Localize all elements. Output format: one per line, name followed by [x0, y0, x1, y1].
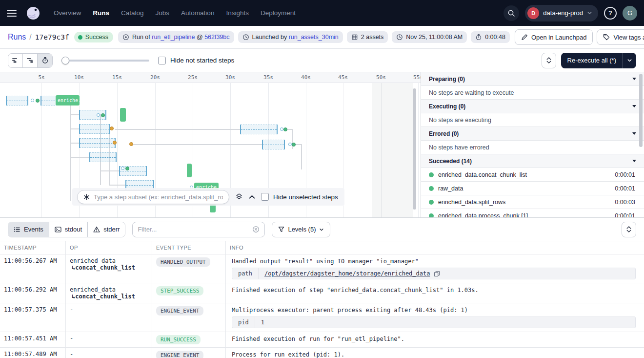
reexecute-all-button[interactable]: Re-execute all (*): [561, 53, 636, 68]
run-id: 17e79c3f: [35, 33, 69, 41]
copy-icon[interactable]: [434, 271, 440, 277]
step-section-header[interactable]: Succeeded (14): [421, 154, 644, 168]
chevron-down-icon[interactable]: [623, 53, 636, 68]
axis-tick-label: 10s: [74, 74, 84, 81]
gantt-scrollbar[interactable]: [413, 88, 416, 210]
hide-unselected-checkbox[interactable]: Hide unselected steps: [261, 193, 338, 201]
tab-stdout[interactable]: stdout: [49, 222, 88, 237]
view-tags-config-button[interactable]: View tags and config: [597, 29, 644, 45]
workspace-switcher[interactable]: D data-eng-prod: [525, 5, 598, 21]
steps-side-panel: Preparing (0)No steps are waiting to exe…: [421, 72, 644, 217]
run-tag[interactable]: 2 assets: [347, 31, 388, 43]
event-op-name: enriched_data: [70, 286, 148, 293]
hamburger-menu-icon[interactable]: [7, 10, 17, 17]
gantt-step-success-bar[interactable]: [187, 164, 192, 177]
step-duration: 0:00:01: [615, 171, 635, 178]
expand-collapse-button[interactable]: [542, 53, 556, 68]
waterfall-view-icon[interactable]: [23, 54, 38, 67]
gantt-success-marker[interactable]: [283, 127, 287, 131]
user-avatar[interactable]: G: [623, 6, 637, 21]
tag-link[interactable]: run_assets_30min: [289, 34, 339, 41]
event-filter-input[interactable]: [132, 222, 265, 237]
nav-item-runs[interactable]: Runs: [93, 9, 109, 17]
clock-icon: [242, 34, 249, 41]
step-section-header[interactable]: Preparing (0): [421, 72, 644, 86]
event-timestamp[interactable]: 11:00:56.267 AM: [0, 254, 66, 283]
gantt-retry-marker[interactable]: [113, 141, 117, 145]
levels-dropdown[interactable]: Levels (5): [272, 222, 330, 237]
warning-icon: [93, 226, 100, 233]
step-subset-input[interactable]: [77, 190, 229, 204]
timed-view-icon[interactable]: [38, 54, 52, 67]
tag-link[interactable]: run_etl_pipeline: [152, 34, 195, 41]
clear-filter-icon[interactable]: [252, 226, 260, 233]
checkbox-icon[interactable]: [261, 193, 269, 201]
column-header-op: OP: [66, 241, 152, 254]
gantt-step-pending-box[interactable]: [90, 152, 116, 162]
step-list-item[interactable]: enriched_data.concat_chunk_list0:00:01: [421, 168, 644, 182]
dagster-logo[interactable]: [25, 5, 41, 21]
gantt-step-pending-box[interactable]: [80, 124, 110, 134]
gantt-step-pending-box[interactable]: [6, 96, 28, 105]
step-duration: 0:00:01: [615, 185, 635, 192]
tab-events[interactable]: Events: [8, 222, 49, 237]
run-tag[interactable]: Nov 25, 11:00:08 AM: [392, 31, 467, 43]
dashed-midline: [126, 185, 153, 186]
tag-link[interactable]: 562f39bc: [204, 34, 229, 41]
gantt-success-marker[interactable]: [36, 99, 40, 103]
gantt-start-marker: [31, 99, 34, 102]
run-tag[interactable]: Run of run_etl_pipeline @ 562f39bc: [118, 31, 234, 43]
success-dot-icon: [78, 35, 82, 40]
event-timestamp[interactable]: 11:00:57.375 AM: [0, 303, 66, 332]
event-timestamp[interactable]: 11:00:57.489 AM: [0, 348, 66, 358]
metadata-key: path: [232, 268, 259, 279]
nav-item-insights[interactable]: Insights: [226, 9, 249, 17]
gantt-step-pending-box[interactable]: [262, 140, 284, 149]
flat-view-icon[interactable]: [8, 54, 23, 67]
checkbox-icon[interactable]: [158, 57, 166, 64]
gantt-retry-marker[interactable]: [110, 126, 114, 130]
nav-item-jobs[interactable]: Jobs: [156, 9, 170, 17]
nav-item-overview[interactable]: Overview: [54, 9, 81, 17]
step-list-item[interactable]: raw_data0:00:01: [421, 182, 644, 195]
tab-stderr[interactable]: stderr: [88, 222, 125, 237]
step-section-header[interactable]: Errored (0): [421, 127, 644, 141]
zoom-slider-thumb[interactable]: [61, 57, 69, 64]
step-list-item[interactable]: enriched_data.process_chunk [1]0:00:01: [421, 209, 644, 217]
gantt-step-pending-box[interactable]: [80, 138, 115, 148]
run-tag-text: 2 assets: [361, 34, 384, 41]
step-subset-text-field[interactable]: [94, 193, 223, 201]
panel-scrollbar[interactable]: [639, 74, 643, 147]
axis-tick-label: 15s: [112, 74, 122, 81]
zoom-slider[interactable]: [61, 57, 149, 64]
nav-item-automation[interactable]: Automation: [181, 9, 214, 17]
step-section-label: Preparing (0): [429, 76, 465, 83]
gantt-retry-marker[interactable]: [129, 142, 133, 146]
layers-icon[interactable]: [235, 193, 243, 201]
gantt-connector-line: [301, 144, 302, 169]
step-list-item[interactable]: enriched_data.split_rows0:00:03: [421, 195, 644, 209]
run-tag[interactable]: Launched by run_assets_30min: [238, 31, 343, 43]
gantt-success-marker[interactable]: [292, 143, 296, 147]
gantt-success-marker[interactable]: [101, 113, 105, 117]
nav-item-catalog[interactable]: Catalog: [121, 9, 144, 17]
step-section-header[interactable]: Executing (0): [421, 100, 644, 113]
event-timestamp[interactable]: 11:00:57.451 AM: [0, 332, 66, 347]
dashed-midline: [7, 101, 27, 101]
gantt-success-marker[interactable]: [125, 167, 129, 170]
hide-not-started-checkbox[interactable]: Hide not started steps: [158, 57, 234, 64]
event-log-expand-button[interactable]: [622, 222, 636, 237]
breadcrumb-runs-link[interactable]: Runs: [8, 33, 26, 42]
open-in-launchpad-button[interactable]: Open in Launchpad: [515, 29, 593, 45]
gantt-step-success-bar[interactable]: enriche.: [56, 95, 80, 105]
search-icon[interactable]: [503, 5, 519, 21]
gantt-step-success-bar[interactable]: [120, 108, 126, 122]
event-timestamp[interactable]: 11:00:56.292 AM: [0, 283, 66, 303]
nav-item-deployment[interactable]: Deployment: [261, 9, 296, 17]
gantt-step-pending-box[interactable]: [241, 125, 277, 134]
chevron-up-icon[interactable]: [249, 195, 255, 199]
run-tag[interactable]: 0:00:48: [471, 31, 510, 43]
help-icon[interactable]: ?: [604, 7, 617, 20]
metadata-path-link[interactable]: /opt/dagster/dagster_home/storage/enrich…: [264, 270, 430, 277]
event-filter-text-field[interactable]: [138, 226, 248, 233]
